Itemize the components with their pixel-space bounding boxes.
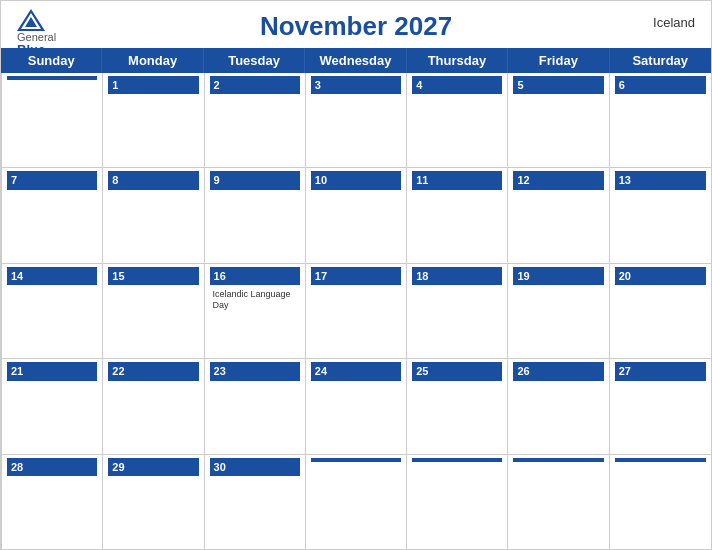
day-number: 11 — [412, 171, 502, 189]
week-row: 123456 — [2, 73, 711, 168]
day-cell: 27 — [610, 359, 711, 453]
day-cell: 30 — [205, 455, 306, 549]
day-cell: 4 — [407, 73, 508, 167]
calendar-title: November 2027 — [260, 11, 452, 42]
logo-icon — [17, 9, 45, 31]
day-cell: 11 — [407, 168, 508, 262]
day-header-thursday: Thursday — [407, 48, 508, 73]
day-cell — [407, 455, 508, 549]
day-cell: 6 — [610, 73, 711, 167]
day-cell: 22 — [103, 359, 204, 453]
day-number: 29 — [108, 458, 198, 476]
day-number: 12 — [513, 171, 603, 189]
day-number: 27 — [615, 362, 706, 380]
day-cell: 21 — [2, 359, 103, 453]
day-cell: 28 — [2, 455, 103, 549]
event-text: Icelandic Language Day — [213, 289, 297, 311]
country-label: Iceland — [653, 15, 695, 30]
calendar-container: General Blue November 2027 Iceland Sunda… — [0, 0, 712, 550]
week-row: 282930 — [2, 455, 711, 549]
day-cell: 14 — [2, 264, 103, 358]
logo: General Blue — [17, 9, 56, 57]
day-cell: 12 — [508, 168, 609, 262]
day-cell: 17 — [306, 264, 407, 358]
day-cell: 13 — [610, 168, 711, 262]
day-cell: 1 — [103, 73, 204, 167]
calendar-header: General Blue November 2027 Iceland — [1, 1, 711, 48]
day-number: 3 — [311, 76, 401, 94]
day-cell — [306, 455, 407, 549]
day-cell — [508, 455, 609, 549]
day-cell: 18 — [407, 264, 508, 358]
day-number: 15 — [108, 267, 198, 285]
day-header-friday: Friday — [508, 48, 609, 73]
day-number: 9 — [210, 171, 300, 189]
day-header-wednesday: Wednesday — [305, 48, 406, 73]
day-number: 30 — [210, 458, 300, 476]
day-number: 2 — [210, 76, 300, 94]
day-cell: 29 — [103, 455, 204, 549]
day-number: 6 — [615, 76, 706, 94]
day-number: 28 — [7, 458, 97, 476]
day-cell: 10 — [306, 168, 407, 262]
day-number: 18 — [412, 267, 502, 285]
day-number: 5 — [513, 76, 603, 94]
week-row: 141516Icelandic Language Day17181920 — [2, 264, 711, 359]
day-number: 10 — [311, 171, 401, 189]
day-cell: 23 — [205, 359, 306, 453]
day-cell: 8 — [103, 168, 204, 262]
day-number: 4 — [412, 76, 502, 94]
day-header-saturday: Saturday — [610, 48, 711, 73]
day-number: 23 — [210, 362, 300, 380]
day-cell: 19 — [508, 264, 609, 358]
day-number: 7 — [7, 171, 97, 189]
day-cell: 26 — [508, 359, 609, 453]
day-number: 19 — [513, 267, 603, 285]
week-row: 21222324252627 — [2, 359, 711, 454]
day-cell: 24 — [306, 359, 407, 453]
logo-blue: Blue — [17, 43, 45, 57]
weeks-container: 12345678910111213141516Icelandic Languag… — [1, 73, 711, 549]
day-headers-row: SundayMondayTuesdayWednesdayThursdayFrid… — [1, 48, 711, 73]
day-number: 20 — [615, 267, 706, 285]
day-header-monday: Monday — [102, 48, 203, 73]
day-number: 22 — [108, 362, 198, 380]
day-header-tuesday: Tuesday — [204, 48, 305, 73]
day-cell: 7 — [2, 168, 103, 262]
day-number: 25 — [412, 362, 502, 380]
day-number: 13 — [615, 171, 706, 189]
day-number: 16 — [210, 267, 300, 285]
day-cell: 20 — [610, 264, 711, 358]
day-cell — [610, 455, 711, 549]
day-cell: 2 — [205, 73, 306, 167]
day-cell: 15 — [103, 264, 204, 358]
day-number: 17 — [311, 267, 401, 285]
day-number: 14 — [7, 267, 97, 285]
day-number: 26 — [513, 362, 603, 380]
day-cell: 25 — [407, 359, 508, 453]
calendar-grid: SundayMondayTuesdayWednesdayThursdayFrid… — [1, 48, 711, 549]
day-cell: 9 — [205, 168, 306, 262]
day-cell — [2, 73, 103, 167]
day-cell: 5 — [508, 73, 609, 167]
day-cell: 3 — [306, 73, 407, 167]
day-number: 21 — [7, 362, 97, 380]
week-row: 78910111213 — [2, 168, 711, 263]
day-cell: 16Icelandic Language Day — [205, 264, 306, 358]
day-number: 8 — [108, 171, 198, 189]
day-number: 1 — [108, 76, 198, 94]
day-number: 24 — [311, 362, 401, 380]
